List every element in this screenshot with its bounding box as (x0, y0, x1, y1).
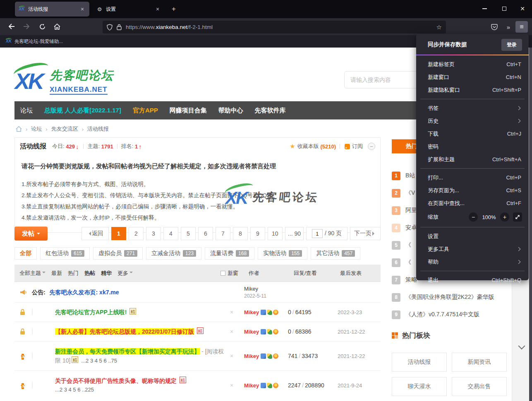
breadcrumb-current[interactable]: 活动线报 (87, 125, 109, 133)
avatar[interactable] (32, 381, 33, 389)
board-link[interactable]: 活动线报 (392, 353, 447, 372)
app-menu-button[interactable]: ≡ (515, 21, 528, 33)
sort-more[interactable]: 更多 (117, 270, 133, 277)
sort-all-topics[interactable]: 全部主题 (19, 270, 46, 277)
page-scrollbar[interactable] (529, 48, 532, 401)
favorite-link[interactable]: 收藏本版 (297, 143, 319, 150)
page-button[interactable]: 3 (146, 227, 161, 240)
row-close-icon[interactable]: × (226, 309, 237, 315)
thread-author[interactable]: Mikey (244, 329, 259, 335)
thread-title[interactable]: 新注册会员，每天免费领币专区【新增加买定离手玩法】 (55, 348, 200, 355)
zoom-out-button[interactable]: − (469, 212, 478, 222)
menu-item-save-page[interactable]: 另存页面为...Ctrl+S (416, 184, 529, 197)
menu-item-more-tools[interactable]: 更多工具 (416, 243, 529, 255)
rss-icon[interactable] (345, 144, 350, 149)
tab-settings[interactable]: ⚙ 设置 × (93, 2, 165, 17)
tracking-shield-icon[interactable] (107, 24, 113, 31)
menu-item-bookmarks[interactable]: 书签 (416, 102, 529, 115)
thread-page-links[interactable]: ...2 3 4 5 6 ..225 (55, 385, 226, 394)
nav-item-app[interactable]: 官方APP (127, 107, 164, 115)
menu-item-help[interactable]: 帮助 (416, 255, 529, 268)
menu-item-downloads[interactable]: 下载Ctrl+J (416, 127, 529, 140)
window-minimize-button[interactable] (475, 0, 494, 17)
pocket-icon[interactable] (488, 21, 501, 33)
zoom-level[interactable]: 100% (482, 214, 496, 220)
page-button[interactable]: 5 (181, 227, 196, 240)
filter-tab[interactable]: 虚拟会员271 (93, 247, 143, 260)
site-logo[interactable]: XK 先客吧论坛 XIANKEBA.NET (15, 65, 114, 95)
page-button-last[interactable]: ... 90 (285, 227, 304, 240)
login-button[interactable]: 登录 (501, 39, 522, 51)
next-page-button[interactable]: 下一页 (350, 227, 381, 240)
reload-button[interactable] (36, 20, 49, 33)
nav-item-projects[interactable]: 网赚项目合集 (164, 107, 213, 115)
filter-tab[interactable]: 立减金活动123 (146, 247, 201, 260)
avatar[interactable] (32, 352, 33, 360)
menu-item-exit[interactable]: 退出Ctrl+Shift+Q (416, 274, 529, 286)
filter-tab[interactable]: 实物活动155 (258, 247, 307, 260)
thread-title[interactable]: 关于会员不得使用广告性质头像、昵称等的规定 (55, 377, 177, 384)
thread-author[interactable]: Mikey (244, 382, 259, 389)
menu-item-passwords[interactable]: 密码 (416, 140, 529, 153)
avatar[interactable] (32, 308, 33, 316)
lock-icon[interactable] (117, 24, 122, 30)
ranked-item[interactable]: 8《美国职业摔角联盟2K22》豪华版 (392, 291, 511, 303)
collapse-button[interactable]: − (368, 143, 375, 150)
page-button[interactable]: 10 (268, 227, 283, 240)
board-link[interactable]: 聊天灌水 (392, 377, 447, 396)
url-bar[interactable]: https://www.xiankeba.net/f-2-1.html ☆ (103, 21, 446, 33)
filter-tab[interactable]: 流量话费168 (205, 247, 254, 260)
page-button[interactable]: 6 (198, 227, 213, 240)
menu-item-new-private-window[interactable]: 新建隐私窗口Ctrl+Shift+P (416, 84, 529, 96)
overflow-menu-icon[interactable]: » (502, 21, 515, 33)
filter-all[interactable]: 全部 (14, 247, 37, 260)
menu-item-settings[interactable]: 设置 (416, 230, 529, 243)
board-link[interactable]: 交易出售 (452, 377, 507, 396)
breadcrumb-forum[interactable]: 论坛 (31, 125, 42, 133)
breadcrumb-section[interactable]: 先友交流区 (51, 125, 78, 133)
menu-item-print[interactable]: 打印...Ctrl+P (416, 171, 529, 184)
window-close-button[interactable]: ✕ (513, 0, 532, 17)
page-button-current[interactable]: 1 (111, 227, 126, 240)
nav-item-help[interactable]: 帮助中心 (213, 107, 249, 115)
page-jump-input[interactable] (312, 229, 323, 238)
avatar[interactable] (32, 327, 33, 335)
zoom-in-button[interactable]: + (500, 212, 509, 222)
nav-item-forum[interactable]: 论坛 (14, 107, 38, 115)
bookmark-star-icon[interactable]: ☆ (436, 24, 442, 31)
fullscreen-button[interactable] (513, 212, 522, 222)
tab-close-icon[interactable]: × (154, 5, 161, 13)
thread-author[interactable]: Mikey (244, 353, 259, 359)
home-icon[interactable] (16, 126, 22, 132)
sort-newest[interactable]: 最新 (51, 270, 62, 277)
new-post-button[interactable]: 发帖 (14, 227, 48, 241)
window-maximize-button[interactable] (495, 0, 514, 17)
row-close-icon[interactable]: × (226, 382, 237, 389)
sort-hot[interactable]: 热门 (68, 270, 79, 277)
page-button[interactable]: 9 (250, 227, 265, 240)
back-page-button[interactable]: 返回 (81, 227, 109, 240)
page-button[interactable]: 8 (233, 227, 248, 240)
tab-close-icon[interactable]: × (79, 5, 86, 13)
menu-item-new-tab[interactable]: 新建标签页Ctrl+T (416, 58, 529, 71)
thread-title[interactable]: 【新人必看】先客吧论坛总版规，2022/01/07日修订版 (55, 328, 194, 335)
forward-button[interactable] (20, 20, 33, 33)
menu-item-find-in-page[interactable]: 在页面中查找...Ctrl+F (416, 197, 529, 210)
thread-title[interactable]: 先客吧论坛官方APP上线啦! (55, 309, 127, 315)
new-window-checkbox[interactable] (220, 271, 225, 276)
subscribe-link[interactable]: 订阅 (352, 143, 363, 150)
board-link[interactable]: 新闻资讯 (452, 353, 507, 372)
sort-digest[interactable]: 精华 (101, 270, 112, 277)
sync-row[interactable]: 同步并保存数据 登录 (416, 36, 529, 53)
row-close-icon[interactable]: × (226, 353, 237, 359)
page-button[interactable]: 2 (129, 227, 144, 240)
filter-tab[interactable]: 其它活动457 (311, 247, 360, 260)
url-text[interactable]: https://www.xiankeba.net/f-2-1.html (126, 24, 433, 30)
row-close-icon[interactable]: × (226, 328, 237, 335)
thread-page-links[interactable]: ...2 3 4 5 6 ..75 (81, 358, 117, 364)
nav-item-software[interactable]: 先客软件库 (249, 107, 292, 115)
new-tab-button[interactable]: + (168, 3, 180, 15)
ranked-item[interactable]: 9《人渣》v0.7.7.47514中文版 (392, 308, 511, 321)
home-button[interactable] (50, 20, 64, 33)
tab-active[interactable]: XK 活动线报 × (15, 2, 89, 17)
